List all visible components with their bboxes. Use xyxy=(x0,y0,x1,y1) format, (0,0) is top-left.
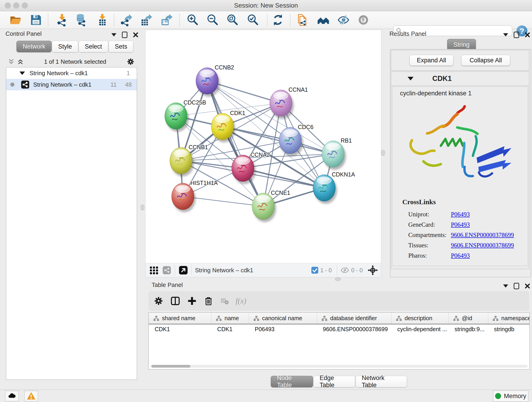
collapse-all-button[interactable]: Collapse All xyxy=(461,55,510,66)
home-networks-button[interactable] xyxy=(316,13,330,27)
show-panel-button[interactable] xyxy=(356,13,370,27)
import-table-file-button[interactable] xyxy=(95,13,109,27)
network-from-file-button[interactable] xyxy=(296,13,310,27)
close-panel-icon[interactable] xyxy=(525,32,530,38)
import-network-database-button[interactable] xyxy=(74,13,89,27)
selected-checkbox-icon[interactable] xyxy=(311,267,318,274)
table-cell[interactable]: P06493 xyxy=(255,324,316,334)
network-overview-icon[interactable] xyxy=(162,265,172,275)
crosslink-row: GeneCard:P06493 xyxy=(408,221,523,228)
export-network-button[interactable] xyxy=(119,13,133,27)
open-session-button[interactable] xyxy=(8,13,23,27)
table-h-scrollbar[interactable] xyxy=(151,365,528,368)
edge-CCNB2-CCNE1[interactable] xyxy=(207,81,263,206)
float-panel-icon[interactable] xyxy=(514,283,519,289)
memory-button[interactable]: Memory xyxy=(493,390,528,402)
node-CCNB2[interactable]: CCNB2 xyxy=(196,64,234,97)
column-header-description[interactable]: description xyxy=(391,313,449,324)
minimize-panel-icon[interactable] xyxy=(503,284,508,288)
warning-status-button[interactable] xyxy=(24,391,38,401)
column-header-shared-name[interactable]: shared name xyxy=(149,313,211,324)
save-session-button[interactable] xyxy=(29,13,43,27)
node-RB1[interactable]: RB1 xyxy=(322,137,352,170)
show-columns-icon[interactable] xyxy=(170,296,181,306)
tab-string-results[interactable]: String xyxy=(447,39,476,51)
tab-sets[interactable]: Sets xyxy=(109,41,133,52)
table-cell[interactable]: stringdb xyxy=(494,324,530,334)
zoom-in-button[interactable] xyxy=(185,13,200,27)
left-splitter-handle[interactable] xyxy=(141,204,144,211)
export-table-button[interactable] xyxy=(139,13,153,27)
tab-network[interactable]: Network xyxy=(17,41,51,52)
zoom-selected-button[interactable] xyxy=(246,13,260,27)
zoom-out-button[interactable] xyxy=(205,13,220,27)
tab-network-table[interactable]: Network Table xyxy=(355,376,407,387)
fit-selected-crosshair-icon[interactable] xyxy=(367,265,378,276)
expand-all-chevron-icon[interactable] xyxy=(17,58,24,65)
node-CDKN1A[interactable]: CDKN1A xyxy=(313,171,355,204)
table-h-scrollbar-thumb[interactable] xyxy=(152,365,190,368)
open-in-window-icon[interactable] xyxy=(178,265,188,275)
zoom-fit-button[interactable] xyxy=(225,13,239,27)
hide-panel-button[interactable] xyxy=(336,13,351,27)
toolbar-divider xyxy=(290,13,291,26)
column-header-namespace[interactable]: namespace xyxy=(488,313,530,324)
cloud-status-button[interactable] xyxy=(5,391,19,401)
right-splitter-handle[interactable] xyxy=(381,150,385,156)
crosslink-link[interactable]: P06493 xyxy=(451,221,470,228)
node-CCNA1[interactable]: CCNA1 xyxy=(270,86,308,119)
node-CDC6[interactable]: CDC6 xyxy=(279,124,313,156)
crosslink-link[interactable]: 9606.ENSP00000378699 xyxy=(451,242,514,249)
expand-all-button[interactable]: Expand All xyxy=(409,55,453,66)
table-settings-gear-icon[interactable] xyxy=(153,296,164,306)
minimize-panel-icon[interactable] xyxy=(503,33,508,36)
tab-node-table[interactable]: Node Table xyxy=(271,376,313,387)
gear-icon[interactable] xyxy=(127,57,135,66)
tab-edge-table[interactable]: Edge Table xyxy=(313,376,355,387)
network-collection-row[interactable]: String Network – cdk1 1 xyxy=(6,67,137,79)
hierarchy-icon xyxy=(453,316,459,321)
collapse-all-chevron-icon[interactable] xyxy=(8,58,15,65)
column-header-name[interactable]: name xyxy=(211,313,249,324)
close-panel-icon[interactable] xyxy=(525,283,530,289)
table-cell[interactable]: 9606.ENSP00000378699 xyxy=(323,324,390,334)
column-header--id[interactable]: @id xyxy=(449,313,488,324)
minimize-panel-icon[interactable] xyxy=(111,33,116,36)
network-selected-status: 1 of 1 Network selected xyxy=(24,58,127,65)
tab-select[interactable]: Select xyxy=(79,41,108,52)
export-image-button[interactable] xyxy=(159,13,173,27)
bottom-splitter-handle[interactable] xyxy=(335,278,341,281)
collection-expand-arrow-icon[interactable] xyxy=(19,71,25,75)
table-cell[interactable]: cyclin-dependent ... xyxy=(397,324,448,334)
float-panel-icon[interactable] xyxy=(122,32,127,38)
string-network-graph[interactable]: CCNB2CCNA1CDC25BCDK1CDC6RB1CCNB1CCNA2CDK… xyxy=(146,30,381,263)
node-HIST1H1A[interactable]: HIST1H1A xyxy=(172,180,218,212)
birdseye-grid-icon[interactable] xyxy=(149,265,159,275)
table-cell[interactable]: CDK1 xyxy=(217,324,248,334)
crosslink-link[interactable]: P06493 xyxy=(451,252,470,259)
delete-trash-icon[interactable] xyxy=(203,296,214,306)
node-CCNB1[interactable]: CCNB1 xyxy=(170,144,208,177)
tab-style[interactable]: Style xyxy=(52,41,78,52)
close-panel-icon[interactable] xyxy=(133,32,138,38)
column-header-canonical-name[interactable]: canonical name xyxy=(249,313,317,324)
network-view-toolbar: String Network – cdk1 1 - 0 0 - 0 xyxy=(145,263,381,277)
table-panel-title: Table Panel xyxy=(152,281,183,288)
table-cell[interactable]: CDK1 xyxy=(155,324,210,334)
table-cell[interactable]: stringdb:9... xyxy=(455,324,487,334)
crosslink-link[interactable]: 9606.ENSP00000378699 xyxy=(451,231,514,239)
network-row[interactable]: String Network – cdk1 11 48 xyxy=(6,79,137,90)
collapse-section-arrow-icon[interactable] xyxy=(408,77,413,80)
gene-section-header[interactable]: CDK1 xyxy=(391,72,529,86)
network-canvas[interactable]: CCNB2CCNA1CDC25BCDK1CDC6RB1CCNB1CCNA2CDK… xyxy=(145,30,381,263)
node-CDC25B[interactable]: CDC25B xyxy=(165,99,206,132)
toolbar-divider xyxy=(179,13,180,26)
import-network-file-button[interactable] xyxy=(55,13,69,27)
open-folder-icon xyxy=(9,13,22,26)
refresh-button[interactable] xyxy=(271,13,285,27)
node-table[interactable]: shared namenamecanonical namedatabase id… xyxy=(148,313,530,370)
float-panel-icon[interactable] xyxy=(514,32,519,38)
column-header-database-identifier[interactable]: database identifier xyxy=(317,313,392,324)
add-column-plus-icon[interactable] xyxy=(187,296,197,306)
crosslink-link[interactable]: P06493 xyxy=(451,211,470,218)
